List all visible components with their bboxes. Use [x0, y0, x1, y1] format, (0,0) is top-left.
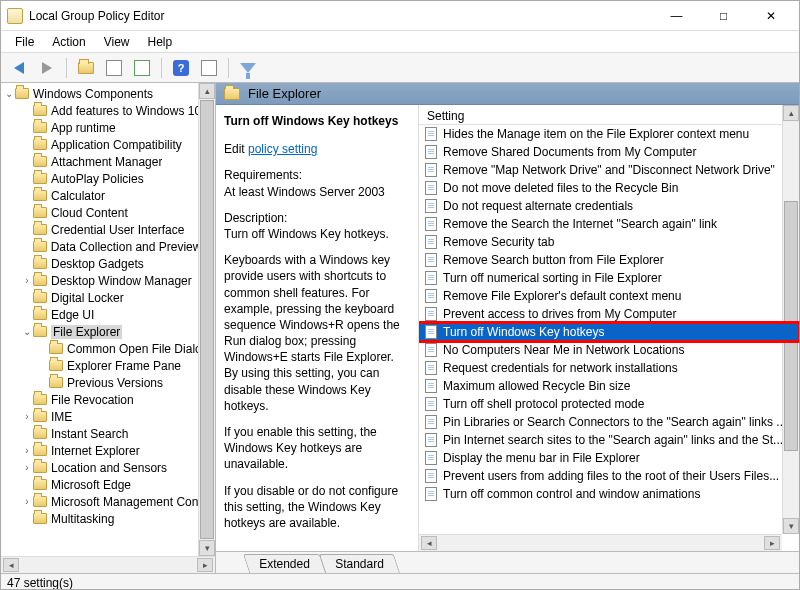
expand-icon[interactable]: ⌄ — [3, 88, 15, 100]
scroll-up-button[interactable]: ▴ — [199, 83, 215, 99]
tree-item[interactable]: Edge UI — [1, 306, 215, 323]
expand-icon[interactable]: ⌄ — [21, 326, 33, 338]
forward-button[interactable] — [35, 56, 59, 80]
menu-view[interactable]: View — [96, 33, 138, 51]
setting-row[interactable]: Remove Shared Documents from My Computer — [419, 143, 799, 161]
setting-row[interactable]: Remove File Explorer's default context m… — [419, 287, 799, 305]
setting-row[interactable]: Do not move deleted files to the Recycle… — [419, 179, 799, 197]
tree-item[interactable]: Cloud Content — [1, 204, 215, 221]
help-button[interactable]: ? — [169, 56, 193, 80]
expand-icon[interactable]: › — [21, 445, 33, 457]
tree-item[interactable]: AutoPlay Policies — [1, 170, 215, 187]
toolbar: ? — [1, 53, 799, 83]
tree-item[interactable]: App runtime — [1, 119, 215, 136]
scroll-left-button[interactable]: ◂ — [3, 558, 19, 572]
setting-row[interactable]: No Computers Near Me in Network Location… — [419, 341, 799, 359]
expand-placeholder — [37, 343, 49, 355]
folder-icon — [33, 394, 47, 405]
scroll-up-button[interactable]: ▴ — [783, 105, 799, 121]
setting-row[interactable]: Prevent users from adding files to the r… — [419, 467, 799, 485]
export-button[interactable] — [130, 56, 154, 80]
scroll-down-button[interactable]: ▾ — [199, 540, 215, 556]
setting-row[interactable]: Turn off numerical sorting in File Explo… — [419, 269, 799, 287]
expand-icon[interactable]: › — [21, 496, 33, 508]
tree-item[interactable]: ⌄File Explorer — [1, 323, 215, 340]
setting-row[interactable]: Maximum allowed Recycle Bin size — [419, 377, 799, 395]
scroll-right-button[interactable]: ▸ — [764, 536, 780, 550]
setting-row[interactable]: Remove "Map Network Drive" and "Disconne… — [419, 161, 799, 179]
maximize-button[interactable]: □ — [701, 2, 746, 30]
setting-row[interactable]: Do not request alternate credentials — [419, 197, 799, 215]
tree-item[interactable]: ›Microsoft Management Consol — [1, 493, 215, 510]
minimize-button[interactable]: ― — [654, 2, 699, 30]
vertical-scrollbar[interactable]: ▴ ▾ — [198, 83, 215, 556]
scroll-left-button[interactable]: ◂ — [421, 536, 437, 550]
up-button[interactable] — [74, 56, 98, 80]
tree-item-label: File Revocation — [51, 393, 134, 407]
close-button[interactable]: ✕ — [748, 2, 793, 30]
tree-item[interactable]: Calculator — [1, 187, 215, 204]
setting-row[interactable]: Turn off shell protocol protected mode — [419, 395, 799, 413]
setting-row[interactable]: Pin Libraries or Search Connectors to th… — [419, 413, 799, 431]
setting-row[interactable]: Remove Search button from File Explorer — [419, 251, 799, 269]
folder-icon — [33, 173, 47, 184]
setting-row[interactable]: Request credentials for network installa… — [419, 359, 799, 377]
folder-icon — [33, 309, 47, 320]
setting-label: Remove Security tab — [443, 235, 554, 249]
expand-icon[interactable]: › — [21, 275, 33, 287]
tree-item[interactable]: File Revocation — [1, 391, 215, 408]
folder-up-icon — [78, 62, 94, 74]
tree-item[interactable]: Digital Locker — [1, 289, 215, 306]
tab-extended[interactable]: Extended — [243, 554, 326, 573]
arrow-right-icon — [42, 62, 52, 74]
tree-item[interactable]: Instant Search — [1, 425, 215, 442]
settings-list[interactable]: Hides the Manage item on the File Explor… — [419, 125, 799, 551]
tree-item[interactable]: Credential User Interface — [1, 221, 215, 238]
scroll-thumb[interactable] — [200, 100, 214, 539]
horizontal-scrollbar[interactable]: ◂ ▸ — [1, 556, 215, 573]
tree-item[interactable]: Attachment Manager — [1, 153, 215, 170]
scroll-right-button[interactable]: ▸ — [197, 558, 213, 572]
show-hide-panel-button[interactable] — [102, 56, 126, 80]
tree-item[interactable]: ›Location and Sensors — [1, 459, 215, 476]
tree-item[interactable]: Desktop Gadgets — [1, 255, 215, 272]
menu-help[interactable]: Help — [140, 33, 181, 51]
expand-icon[interactable]: › — [21, 411, 33, 423]
menu-action[interactable]: Action — [44, 33, 93, 51]
setting-row[interactable]: Pin Internet search sites to the "Search… — [419, 431, 799, 449]
edit-policy-link[interactable]: policy setting — [248, 142, 317, 156]
tree-item[interactable]: ›IME — [1, 408, 215, 425]
horizontal-scrollbar[interactable]: ◂ ▸ — [419, 534, 782, 551]
filter-button[interactable] — [236, 56, 260, 80]
tree-scroll[interactable]: ⌄ Windows Components Add features to Win… — [1, 83, 215, 556]
menu-file[interactable]: File — [7, 33, 42, 51]
setting-row[interactable]: Turn off common control and window anima… — [419, 485, 799, 503]
tree-item[interactable]: Application Compatibility — [1, 136, 215, 153]
tree-item-label: Edge UI — [51, 308, 94, 322]
setting-row[interactable]: Prevent access to drives from My Compute… — [419, 305, 799, 323]
tree-item[interactable]: Common Open File Dialog — [1, 340, 215, 357]
tab-standard[interactable]: Standard — [319, 554, 400, 573]
policy-icon — [425, 343, 437, 357]
tree-item[interactable]: Previous Versions — [1, 374, 215, 391]
tree-item[interactable]: ›Internet Explorer — [1, 442, 215, 459]
back-button[interactable] — [7, 56, 31, 80]
expand-icon[interactable]: › — [21, 462, 33, 474]
setting-row[interactable]: Remove the Search the Internet "Search a… — [419, 215, 799, 233]
settings-column-header[interactable]: Setting — [419, 105, 799, 125]
vertical-scrollbar[interactable]: ▴ ▾ — [782, 105, 799, 534]
tree-item[interactable]: Data Collection and Preview Bu — [1, 238, 215, 255]
tree-item[interactable]: Microsoft Edge — [1, 476, 215, 493]
scroll-down-button[interactable]: ▾ — [783, 518, 799, 534]
tree-item[interactable]: Explorer Frame Pane — [1, 357, 215, 374]
setting-row[interactable]: Remove Security tab — [419, 233, 799, 251]
tree-item[interactable]: ›Desktop Window Manager — [1, 272, 215, 289]
setting-row[interactable]: Display the menu bar in File Explorer — [419, 449, 799, 467]
tree-root[interactable]: ⌄ Windows Components — [1, 85, 215, 102]
setting-row[interactable]: Turn off Windows Key hotkeys — [419, 323, 799, 341]
tree-item[interactable]: Multitasking — [1, 510, 215, 527]
policy-icon — [425, 325, 437, 339]
tree-item[interactable]: Add features to Windows 10 — [1, 102, 215, 119]
properties-button[interactable] — [197, 56, 221, 80]
setting-row[interactable]: Hides the Manage item on the File Explor… — [419, 125, 799, 143]
